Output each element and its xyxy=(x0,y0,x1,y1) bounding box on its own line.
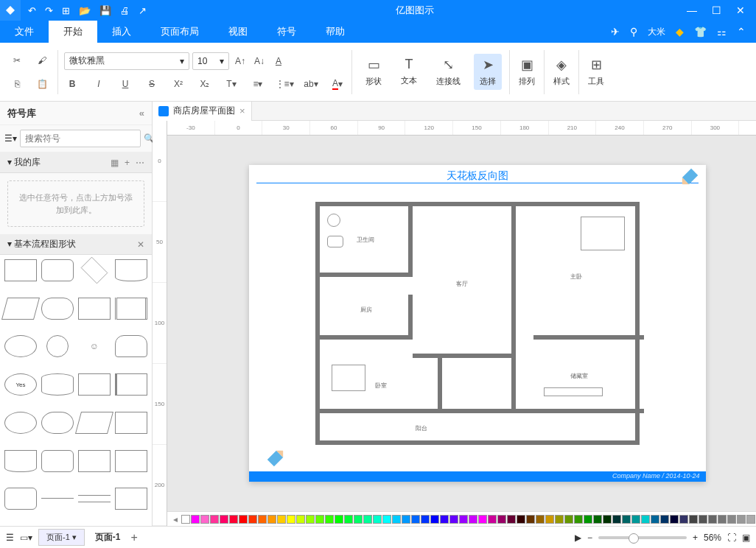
connector-tool-button[interactable]: ⤡连接线 xyxy=(430,54,466,90)
color-swatch[interactable] xyxy=(296,515,305,524)
shape-round2[interactable] xyxy=(41,450,74,472)
mylib-section[interactable]: ▾ 我的库 ▦+⋯ xyxy=(0,152,152,173)
more-icon[interactable]: ⋯ xyxy=(136,158,144,168)
color-swatch[interactable] xyxy=(440,515,449,524)
color-swatch[interactable] xyxy=(354,515,363,524)
color-swatch[interactable] xyxy=(267,515,276,524)
shape-predefined[interactable] xyxy=(115,298,147,320)
floor-plan[interactable]: 卫生间 厨房 客厅 主卧 卧室 储藏室 阳台 xyxy=(315,202,640,445)
numbered-list-button[interactable]: ⋮≡▾ xyxy=(276,76,293,92)
shape-rounded-rect[interactable] xyxy=(41,259,74,281)
color-swatch[interactable] xyxy=(392,515,401,524)
shape-trap[interactable] xyxy=(115,450,147,472)
color-swatch[interactable] xyxy=(411,515,420,524)
color-swatch[interactable] xyxy=(200,515,209,524)
color-swatch[interactable] xyxy=(641,515,650,524)
shape-document[interactable] xyxy=(115,259,147,281)
copy-button[interactable]: ⎘ xyxy=(9,76,25,92)
paste-button[interactable]: 📋 xyxy=(34,76,50,92)
theme-icon[interactable]: 👕 xyxy=(694,26,707,38)
superscript-button[interactable]: X² xyxy=(170,76,186,92)
color-swatch[interactable] xyxy=(191,515,200,524)
color-swatch[interactable] xyxy=(430,515,439,524)
tools-button[interactable]: ⊞工具 xyxy=(582,54,610,90)
shape-actor[interactable] xyxy=(115,335,147,357)
menu-icon[interactable]: ☰ xyxy=(6,533,14,543)
shape-card[interactable] xyxy=(78,373,111,396)
color-swatch[interactable] xyxy=(708,515,717,524)
presentation-button[interactable]: ▶ xyxy=(575,533,581,543)
zoom-in-button[interactable]: + xyxy=(693,533,698,543)
list-button[interactable]: ≡▾ xyxy=(250,76,266,92)
zoom-slider[interactable] xyxy=(598,536,687,539)
shape-para2[interactable] xyxy=(75,412,113,434)
shape-ellipse[interactable] xyxy=(4,335,37,357)
color-swatch[interactable] xyxy=(517,515,525,524)
tab-view[interactable]: 视图 xyxy=(214,21,262,43)
collapse-ribbon-button[interactable]: ⌃ xyxy=(737,26,746,38)
shape-hex2[interactable] xyxy=(4,488,37,510)
close-tab-button[interactable]: × xyxy=(239,105,245,116)
color-swatch[interactable] xyxy=(660,515,669,524)
user-label[interactable]: 大米 xyxy=(648,26,665,38)
fullscreen-button[interactable]: ⛶ xyxy=(727,533,736,543)
print-button[interactable]: 🖨 xyxy=(120,5,130,16)
shape-arrow[interactable] xyxy=(115,412,147,434)
style-button[interactable]: ◈样式 xyxy=(547,54,575,90)
shape-line2[interactable] xyxy=(78,495,111,502)
color-swatch[interactable] xyxy=(622,515,631,524)
font-size-select[interactable]: 10▾ xyxy=(192,52,229,70)
highlight-button[interactable]: ab▾ xyxy=(303,76,319,92)
color-swatch[interactable] xyxy=(603,515,612,524)
shape-rectangle[interactable] xyxy=(4,259,37,281)
collapse-panel-button[interactable]: « xyxy=(139,108,144,119)
canvas[interactable]: 天花板反向图 xyxy=(167,136,756,511)
color-swatch[interactable] xyxy=(574,515,583,524)
shape-wave[interactable] xyxy=(4,450,37,472)
shape-oval2[interactable] xyxy=(4,412,37,434)
add-icon[interactable]: + xyxy=(125,158,130,168)
color-swatch[interactable] xyxy=(507,515,516,524)
grid-view-icon[interactable]: ▦ xyxy=(111,158,119,168)
color-swatch[interactable] xyxy=(497,515,506,524)
library-dropdown-button[interactable]: ☰▾ xyxy=(4,133,17,144)
color-swatch[interactable] xyxy=(737,515,746,524)
color-swatch[interactable] xyxy=(363,515,372,524)
color-swatch[interactable] xyxy=(277,515,286,524)
decrease-font-button[interactable]: A↓ xyxy=(251,53,267,69)
font-color-button[interactable]: A▾ xyxy=(329,76,346,92)
underline-button[interactable]: U xyxy=(117,76,133,92)
color-swatch[interactable] xyxy=(248,515,257,524)
color-swatch[interactable] xyxy=(651,515,659,524)
add-page-button[interactable]: + xyxy=(131,531,138,544)
shape-line[interactable] xyxy=(41,498,74,499)
redo-button[interactable]: ↷ xyxy=(45,5,53,16)
clear-format-button[interactable]: A xyxy=(270,53,287,69)
text-case-button[interactable]: T▾ xyxy=(223,76,239,92)
basic-shapes-section[interactable]: ▾ 基本流程图形状 ✕ xyxy=(0,234,152,255)
shape-capsule[interactable] xyxy=(41,298,74,320)
shape-subprocess[interactable] xyxy=(78,298,111,320)
color-swatch[interactable] xyxy=(564,515,573,524)
color-swatch[interactable] xyxy=(488,515,497,524)
shape-tool-button[interactable]: ▭形状 xyxy=(360,54,388,90)
color-swatch[interactable] xyxy=(526,515,535,524)
open-button[interactable]: 📂 xyxy=(79,5,91,16)
tab-layout[interactable]: 页面布局 xyxy=(146,21,214,43)
color-swatch[interactable] xyxy=(344,515,353,524)
color-swatch[interactable] xyxy=(746,515,755,524)
tab-insert[interactable]: 插入 xyxy=(97,21,146,43)
color-swatch[interactable] xyxy=(545,515,554,524)
format-painter-button[interactable]: 🖌 xyxy=(34,52,50,68)
color-swatch[interactable] xyxy=(469,515,477,524)
italic-button[interactable]: I xyxy=(91,76,107,92)
save-button[interactable]: 💾 xyxy=(99,5,111,16)
tab-help[interactable]: 帮助 xyxy=(311,21,360,43)
bold-button[interactable]: B xyxy=(64,76,80,92)
color-swatch[interactable] xyxy=(306,515,315,524)
color-swatch[interactable] xyxy=(631,515,640,524)
color-swatch[interactable] xyxy=(220,515,228,524)
zoom-out-button[interactable]: − xyxy=(587,533,592,543)
color-swatch[interactable] xyxy=(210,515,219,524)
shape-cylinder[interactable] xyxy=(41,373,74,396)
